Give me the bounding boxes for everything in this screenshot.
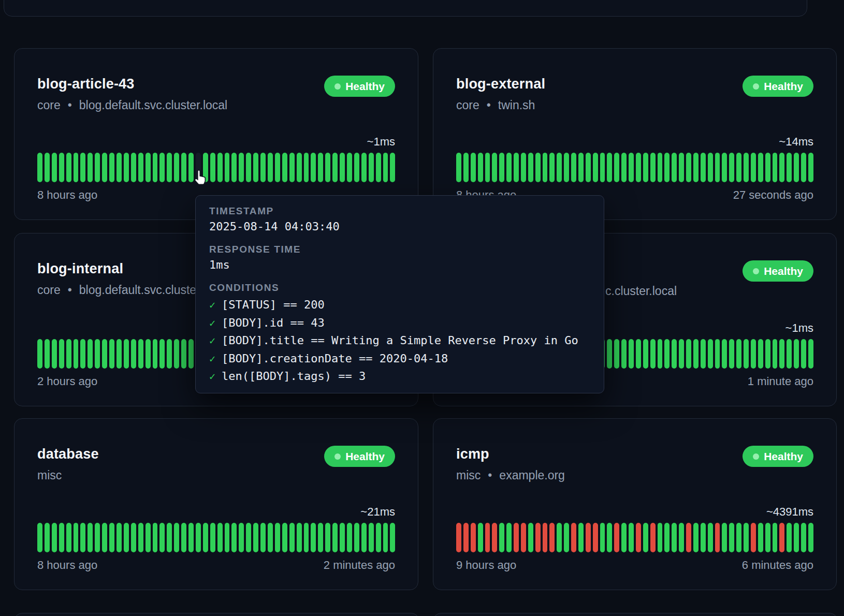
health-bar[interactable] bbox=[636, 523, 641, 552]
health-bar[interactable] bbox=[715, 153, 720, 182]
health-bar[interactable] bbox=[729, 339, 734, 369]
health-bar[interactable] bbox=[708, 523, 713, 552]
health-bar[interactable] bbox=[74, 523, 79, 552]
health-bar[interactable] bbox=[549, 523, 555, 552]
health-bar[interactable] bbox=[729, 523, 734, 552]
health-bar[interactable] bbox=[492, 523, 497, 552]
health-bar[interactable] bbox=[390, 523, 395, 552]
health-bar[interactable] bbox=[586, 523, 591, 552]
health-bar[interactable] bbox=[679, 523, 684, 552]
health-bar[interactable] bbox=[808, 339, 813, 369]
health-bar[interactable] bbox=[463, 153, 469, 182]
health-bar[interactable] bbox=[369, 153, 374, 182]
health-bar[interactable] bbox=[361, 523, 367, 552]
health-bar[interactable] bbox=[722, 523, 727, 552]
health-bar[interactable] bbox=[744, 153, 749, 182]
health-bar[interactable] bbox=[758, 153, 763, 182]
health-bar[interactable] bbox=[181, 339, 186, 369]
health-bar[interactable] bbox=[557, 153, 562, 182]
health-bar[interactable] bbox=[376, 523, 381, 552]
health-bar[interactable] bbox=[383, 523, 388, 552]
health-bar[interactable] bbox=[485, 523, 490, 552]
health-bar[interactable] bbox=[779, 523, 784, 552]
service-name[interactable]: database bbox=[37, 446, 99, 462]
health-bar[interactable] bbox=[52, 153, 57, 182]
health-bar[interactable] bbox=[80, 153, 85, 182]
health-bar[interactable] bbox=[751, 523, 756, 552]
health-bar[interactable] bbox=[758, 523, 763, 552]
health-bar[interactable] bbox=[318, 523, 323, 552]
health-bar[interactable] bbox=[88, 153, 93, 182]
health-bar[interactable] bbox=[131, 523, 136, 552]
health-bar[interactable] bbox=[528, 523, 533, 552]
health-bar[interactable] bbox=[246, 523, 251, 552]
health-bar[interactable] bbox=[332, 153, 338, 182]
health-bar[interactable] bbox=[74, 339, 79, 369]
health-bar[interactable] bbox=[701, 339, 706, 369]
health-bar[interactable] bbox=[650, 523, 656, 552]
health-bar[interactable] bbox=[801, 153, 806, 182]
health-bar[interactable] bbox=[672, 153, 677, 182]
health-bar[interactable] bbox=[686, 153, 691, 182]
health-bar[interactable] bbox=[188, 523, 194, 552]
health-bar[interactable] bbox=[159, 523, 165, 552]
health-bar[interactable] bbox=[593, 153, 598, 182]
health-bar[interactable] bbox=[153, 339, 158, 369]
health-bar[interactable] bbox=[217, 523, 223, 552]
health-bar[interactable] bbox=[131, 153, 136, 182]
health-bar[interactable] bbox=[794, 153, 799, 182]
health-bar[interactable] bbox=[736, 153, 741, 182]
health-bar[interactable] bbox=[390, 153, 395, 182]
health-bar[interactable] bbox=[124, 523, 129, 552]
health-bar[interactable] bbox=[268, 523, 273, 552]
health-bar[interactable] bbox=[117, 153, 122, 182]
health-bar[interactable] bbox=[722, 153, 727, 182]
health-bar[interactable] bbox=[289, 523, 295, 552]
health-bar[interactable] bbox=[289, 153, 295, 182]
health-bar[interactable] bbox=[124, 339, 129, 369]
health-bar[interactable] bbox=[478, 153, 483, 182]
health-bar[interactable] bbox=[109, 153, 114, 182]
health-bar[interactable] bbox=[564, 153, 569, 182]
health-bar[interactable] bbox=[722, 339, 727, 369]
health-bar[interactable] bbox=[693, 523, 699, 552]
health-bar[interactable] bbox=[614, 153, 619, 182]
health-bar[interactable] bbox=[549, 153, 555, 182]
health-bar[interactable] bbox=[715, 523, 720, 552]
health-bar[interactable] bbox=[773, 339, 778, 369]
health-bar[interactable] bbox=[679, 153, 684, 182]
health-bar[interactable] bbox=[268, 153, 273, 182]
health-bar[interactable] bbox=[686, 523, 691, 552]
health-bar[interactable] bbox=[282, 523, 287, 552]
health-bar[interactable] bbox=[773, 523, 778, 552]
health-bar[interactable] bbox=[471, 153, 476, 182]
health-bar[interactable] bbox=[318, 153, 323, 182]
health-bar[interactable] bbox=[629, 153, 634, 182]
health-bar[interactable] bbox=[736, 523, 741, 552]
service-name[interactable]: blog-article-43 bbox=[37, 76, 227, 92]
health-bar[interactable] bbox=[95, 153, 100, 182]
health-bar[interactable] bbox=[66, 339, 71, 369]
health-bar[interactable] bbox=[701, 153, 706, 182]
health-bar[interactable] bbox=[88, 339, 93, 369]
health-bar[interactable] bbox=[80, 339, 85, 369]
health-bar[interactable] bbox=[506, 153, 512, 182]
health-bar[interactable] bbox=[225, 523, 230, 552]
health-bar[interactable] bbox=[153, 153, 158, 182]
health-bar[interactable] bbox=[787, 523, 792, 552]
health-bar[interactable] bbox=[253, 153, 258, 182]
health-bar[interactable] bbox=[571, 153, 576, 182]
health-bar[interactable] bbox=[614, 523, 619, 552]
health-bar[interactable] bbox=[174, 523, 179, 552]
health-bar[interactable] bbox=[52, 523, 57, 552]
service-name[interactable]: icmp bbox=[456, 446, 565, 462]
health-bar[interactable] bbox=[80, 523, 85, 552]
health-bar[interactable] bbox=[751, 339, 756, 369]
health-bar[interactable] bbox=[109, 523, 114, 552]
health-bar[interactable] bbox=[543, 523, 548, 552]
health-bar[interactable] bbox=[679, 339, 684, 369]
health-bar[interactable] bbox=[361, 153, 367, 182]
health-bar[interactable] bbox=[225, 153, 230, 182]
health-bar[interactable] bbox=[708, 339, 713, 369]
health-bar[interactable] bbox=[765, 523, 770, 552]
